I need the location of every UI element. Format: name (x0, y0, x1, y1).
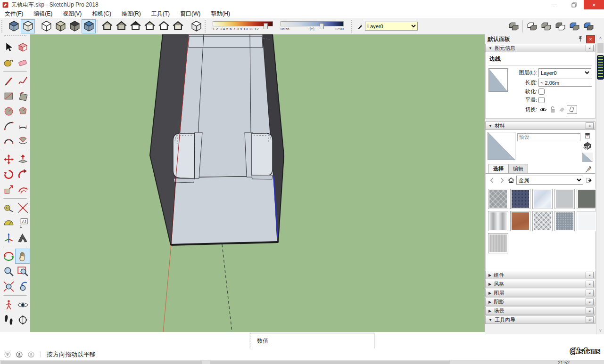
dimension-tool[interactable] (15, 200, 30, 215)
menu-file[interactable]: 文件(F) (5, 10, 23, 18)
tray-close-button[interactable]: × (586, 35, 595, 43)
trim-button[interactable] (567, 19, 581, 33)
move-tool[interactable] (1, 152, 16, 167)
entity-info-close-button[interactable]: × (586, 45, 594, 51)
protractor-tool[interactable] (1, 215, 16, 230)
scenes-close-button[interactable]: × (586, 307, 594, 314)
pan-tool[interactable] (15, 249, 30, 264)
material-swatch[interactable] (554, 211, 575, 231)
layers-close-button[interactable]: × (586, 290, 594, 296)
union-button[interactable] (539, 19, 553, 33)
select-tool[interactable] (1, 40, 16, 55)
zoom-tool[interactable] (1, 264, 16, 279)
rectangle-tool[interactable] (1, 88, 16, 103)
materials-close-button[interactable]: × (586, 122, 594, 129)
material-swatch[interactable] (488, 233, 508, 253)
materials-header[interactable]: ▼ 材料 × (485, 121, 596, 130)
length-field[interactable] (538, 79, 592, 87)
instructor-close-button[interactable]: × (586, 316, 594, 323)
tape-measure-tool[interactable] (1, 200, 16, 215)
camera-parallel-button[interactable] (21, 19, 35, 33)
shadows-close-button[interactable]: × (586, 299, 594, 305)
time-slider-handle[interactable] (320, 23, 324, 29)
sample-dropper-icon[interactable] (585, 166, 592, 173)
outer-shell-button[interactable] (506, 19, 521, 33)
panel-scrollbar[interactable]: ˄ ˅ (596, 34, 604, 334)
push-pull-tool[interactable] (15, 152, 30, 167)
secondary-pane-icon[interactable] (584, 132, 591, 139)
create-material-icon[interactable] (583, 141, 592, 150)
time-gradient-bar[interactable] (281, 21, 344, 26)
circle-tool[interactable] (1, 103, 16, 118)
orbit-tool[interactable] (1, 249, 16, 264)
style-wireframe-button[interactable] (39, 19, 53, 33)
material-swatch[interactable] (510, 211, 530, 231)
style-textured-button[interactable] (67, 19, 82, 33)
previous-view-tool[interactable] (15, 279, 30, 294)
styles-close-button[interactable]: × (586, 281, 594, 287)
material-category-select[interactable]: 金属 (516, 176, 583, 185)
tab-edit[interactable]: 编辑 (508, 164, 528, 173)
soften-checkbox[interactable] (538, 89, 545, 95)
layer-select[interactable]: Layer0 (365, 22, 418, 31)
arc-tool[interactable] (1, 118, 16, 133)
view-top-button[interactable] (114, 19, 128, 33)
zoom-extents-tool[interactable] (1, 279, 16, 294)
scale-tool[interactable] (1, 182, 16, 197)
material-swatch[interactable] (554, 189, 575, 209)
model-viewport[interactable] (30, 34, 485, 332)
view-back-button[interactable] (157, 19, 171, 33)
eraser-tool[interactable] (15, 55, 30, 70)
components-close-button[interactable]: × (586, 272, 594, 278)
line-tool[interactable] (1, 73, 16, 88)
view-right-button[interactable] (142, 19, 157, 33)
in-model-button[interactable] (507, 176, 515, 184)
forward-button[interactable] (497, 176, 505, 184)
look-around-tool[interactable] (15, 297, 30, 312)
material-name-field[interactable] (517, 133, 580, 141)
details-button[interactable] (585, 176, 593, 184)
styles-header[interactable]: ▶ 风格 × (485, 280, 596, 288)
restore-button[interactable] (564, 0, 584, 9)
material-swatch[interactable] (577, 189, 597, 209)
offset-tool[interactable] (15, 182, 30, 197)
scrollbar-thumb[interactable] (597, 43, 604, 53)
split-button[interactable] (581, 19, 596, 33)
intersect-button[interactable] (525, 19, 539, 33)
receive-shadows-toggle[interactable] (567, 105, 577, 114)
compass-tool[interactable] (15, 312, 30, 327)
scroll-down-arrow[interactable]: ˅ (596, 327, 604, 334)
view-iso-button[interactable] (100, 19, 114, 33)
smooth-checkbox[interactable] (538, 97, 545, 103)
tab-select[interactable]: 选择 (488, 164, 508, 173)
back-button[interactable] (488, 176, 496, 184)
style-shaded-textures-button[interactable] (82, 19, 96, 33)
two-point-arc-tool[interactable] (15, 118, 30, 133)
zoom-window-tool[interactable] (15, 264, 30, 279)
menu-edit[interactable]: 编辑(E) (33, 10, 52, 18)
visibility-toggle[interactable] (538, 105, 548, 113)
rotate-tool[interactable] (1, 167, 16, 182)
material-swatch[interactable] (577, 211, 597, 231)
shadow-time-slider[interactable]: 06:55 中午 17:00 (281, 21, 344, 32)
menu-window[interactable]: 窗口(W) (180, 10, 200, 18)
scenes-header[interactable]: ▶ 场景 × (485, 307, 596, 315)
subtract-button[interactable] (553, 19, 567, 33)
material-swatch[interactable] (488, 189, 508, 209)
position-camera-tool[interactable] (1, 297, 16, 312)
pie-tool[interactable] (15, 133, 30, 148)
view-left-button[interactable] (171, 19, 185, 33)
xray-mode-button[interactable] (189, 19, 203, 33)
menu-draw[interactable]: 绘图(R) (122, 10, 141, 18)
polygon-tool[interactable] (15, 103, 30, 118)
follow-me-tool[interactable] (15, 167, 30, 182)
menu-tools[interactable]: 工具(T) (151, 10, 170, 18)
cast-shadows-toggle[interactable] (557, 105, 567, 113)
date-slider-handle[interactable] (264, 23, 268, 29)
components-header[interactable]: ▶ 组件 × (485, 271, 596, 279)
material-swatch[interactable] (510, 189, 530, 209)
entity-layer-select[interactable]: Layer0 (538, 68, 591, 77)
three-point-arc-tool[interactable] (1, 133, 16, 148)
3d-text-tool[interactable] (15, 230, 30, 245)
lock-toggle[interactable] (548, 105, 557, 113)
